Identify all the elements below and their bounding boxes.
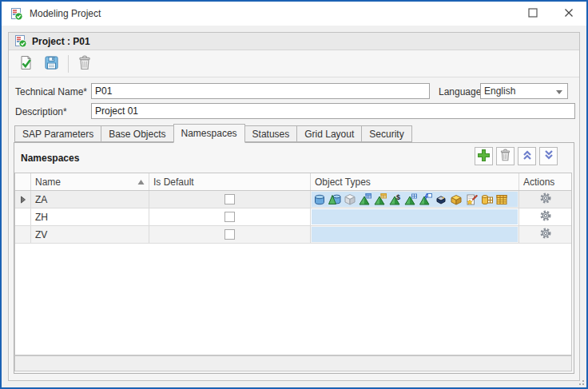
object-types-area[interactable]	[312, 227, 518, 242]
form-area: Technical Name* Language* English Descri…	[9, 77, 579, 122]
language-label: Language*	[439, 86, 485, 97]
object-types-area[interactable]	[312, 209, 518, 224]
double-chevron-down-icon	[543, 149, 554, 163]
close-button[interactable]	[550, 2, 586, 26]
header-actions: Actions	[519, 173, 571, 190]
header-is-default[interactable]: Is Default	[149, 173, 311, 190]
tab-security[interactable]: Security	[361, 125, 411, 142]
row-actions-button[interactable]	[539, 209, 552, 224]
chevron-down-icon	[556, 90, 562, 94]
svg-text:$: $	[396, 193, 400, 201]
description-input[interactable]	[91, 103, 575, 119]
header-indicator	[15, 173, 31, 190]
object-types-cell[interactable]: $	[311, 191, 519, 208]
double-chevron-up-icon	[522, 149, 533, 163]
save-button[interactable]	[41, 53, 62, 74]
row-indicator-cell	[15, 191, 31, 208]
stack-navy-icon[interactable]	[435, 193, 447, 206]
table-row[interactable]: ZA$	[15, 191, 571, 208]
actions-cell	[519, 208, 571, 225]
technical-name-input[interactable]	[91, 83, 430, 99]
tab-sap-parameters[interactable]: SAP Parameters	[14, 125, 101, 142]
language-value: English	[484, 85, 515, 97]
dimension-cylinder-icon[interactable]	[328, 193, 341, 206]
tab-grid-layout[interactable]: Grid Layout	[296, 125, 362, 142]
resize-grip[interactable]	[576, 377, 584, 385]
validate-button[interactable]	[15, 53, 37, 74]
page-edit-icon[interactable]	[465, 193, 478, 206]
namespaces-panel-title: Namespaces	[21, 153, 79, 164]
tab-base-objects[interactable]: Base Objects	[101, 125, 173, 142]
tab-strip: SAP ParametersBase ObjectsNamespacesStat…	[14, 124, 411, 142]
namespace-name-cell[interactable]: ZH	[31, 208, 149, 225]
namespaces-actions	[475, 147, 558, 165]
maximize-icon	[528, 8, 538, 20]
header-name[interactable]: Name	[31, 173, 149, 190]
project-header-bar: Project : P01	[9, 33, 579, 50]
technical-name-label: Technical Name*	[15, 86, 87, 97]
delete-button[interactable]	[496, 147, 514, 165]
floppy-icon	[44, 55, 59, 73]
pyramid-function-icon[interactable]	[419, 193, 432, 206]
project-icon	[10, 7, 23, 21]
database-cylinder-icon[interactable]	[313, 193, 326, 206]
pyramid-grid-blue2-icon[interactable]	[404, 193, 417, 206]
header-object-types[interactable]: Object Types	[311, 173, 519, 190]
is-default-checkbox[interactable]	[224, 212, 235, 222]
move-down-button[interactable]	[539, 147, 558, 165]
namespace-name-cell[interactable]: ZA	[31, 191, 149, 208]
gold-box-icon[interactable]	[450, 193, 463, 206]
cube-icon[interactable]	[344, 193, 356, 206]
trash-small-icon	[499, 149, 511, 164]
actions-cell	[519, 226, 571, 243]
object-types-cell[interactable]	[311, 226, 519, 243]
is-default-cell	[149, 191, 311, 208]
gear-icon	[539, 192, 552, 207]
table-row[interactable]: ZH	[15, 208, 571, 226]
sort-ascending-icon	[137, 177, 145, 188]
move-up-button[interactable]	[518, 147, 536, 165]
actions-cell	[519, 191, 571, 208]
project-header-title: Project : P01	[32, 36, 90, 47]
gold-table-icon[interactable]	[495, 193, 508, 206]
tab-statuses[interactable]: Statuses	[244, 125, 298, 142]
modeling-project-window: Modeling Project Project : P01 Technical…	[0, 0, 588, 389]
language-select[interactable]: English	[480, 83, 568, 99]
gold-cylinder-icon[interactable]	[480, 193, 493, 206]
toolbar-separator	[68, 55, 69, 73]
is-default-cell	[149, 208, 311, 225]
row-actions-button[interactable]	[539, 192, 552, 207]
current-row-arrow-icon	[20, 196, 26, 204]
gear-icon	[539, 227, 552, 242]
window-title: Modeling Project	[30, 8, 101, 19]
is-default-cell	[149, 226, 311, 243]
status-strip	[14, 355, 572, 371]
close-icon	[564, 8, 574, 20]
description-label: Description*	[15, 106, 67, 117]
table-header-row: Name Is Default Object Types Actions	[15, 173, 571, 191]
trash-icon	[77, 55, 92, 73]
namespace-name-cell[interactable]: ZV	[31, 226, 149, 243]
table-row[interactable]: ZV	[15, 226, 571, 244]
object-types-cell[interactable]	[311, 208, 519, 225]
project-icon	[14, 34, 27, 48]
pyramid-grid-blue-icon[interactable]	[359, 193, 371, 206]
gear-icon	[539, 209, 552, 224]
doc-check-icon	[18, 55, 34, 73]
window-controls	[514, 2, 586, 26]
row-actions-button[interactable]	[539, 227, 552, 242]
add-button[interactable]	[475, 147, 493, 165]
tab-namespaces[interactable]: Namespaces	[173, 124, 245, 143]
project-group-panel: Project : P01 Technical Name* Language* …	[8, 32, 580, 381]
is-default-checkbox[interactable]	[224, 194, 235, 204]
pyramid-currency-icon[interactable]: $	[389, 193, 402, 206]
namespaces-table: Name Is Default Object Types Actions ZA$…	[14, 173, 572, 355]
namespaces-tab-content: Namespaces Name Is Default Object Types	[14, 142, 574, 374]
delete-button[interactable]	[74, 53, 95, 74]
plus-icon	[477, 149, 491, 165]
is-default-checkbox[interactable]	[224, 229, 235, 240]
object-types-area[interactable]: $	[312, 192, 518, 207]
titlebar: Modeling Project	[2, 2, 586, 26]
pyramid-grid-gold-icon[interactable]	[374, 193, 387, 206]
maximize-button[interactable]	[514, 2, 550, 26]
